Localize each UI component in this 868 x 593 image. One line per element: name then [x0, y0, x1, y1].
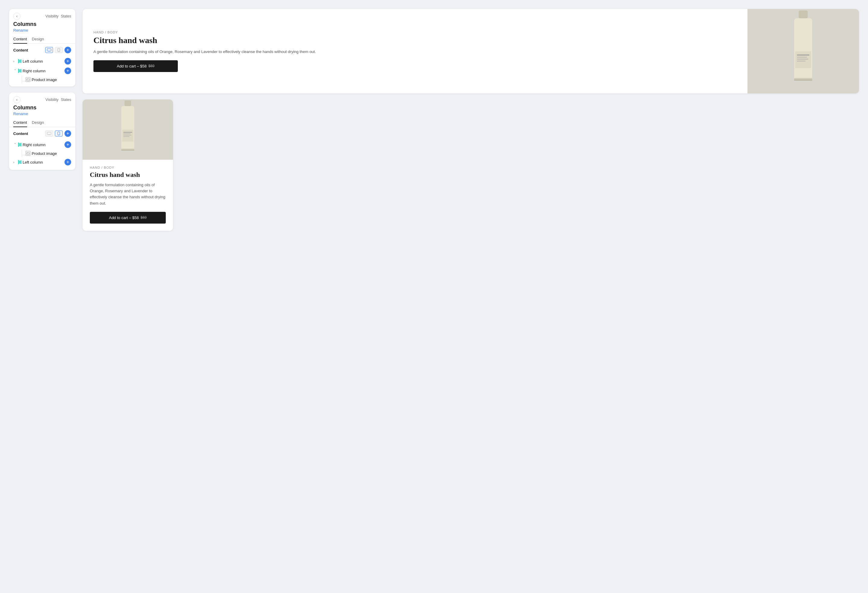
svg-rect-24 — [123, 132, 132, 133]
add-to-cart-btn-mobile[interactable]: Add to cart – $58 $69 — [90, 212, 166, 224]
category-label-mobile: HAND / BODY — [90, 166, 166, 169]
svg-rect-25 — [123, 133, 130, 134]
svg-rect-12 — [799, 10, 808, 18]
tree-item-product-image-bottom: Product image — [26, 149, 71, 157]
chevron-right-col-2[interactable]: › — [13, 143, 17, 146]
add-btn-right-col[interactable]: + — [65, 68, 71, 74]
panel-top-tabs: Content Design — [9, 35, 75, 44]
left-col-icon-2 — [18, 160, 21, 164]
panel-bottom-tabs: Content Design — [9, 118, 75, 127]
svg-rect-0 — [47, 49, 51, 51]
right-col-children-2: Product image — [13, 149, 71, 157]
svg-rect-17 — [797, 59, 808, 59]
content-header-top: Content + — [13, 47, 71, 53]
original-price-desktop: $69 — [148, 64, 154, 68]
svg-rect-22 — [121, 106, 134, 150]
product-info-desktop: HAND / BODY Citrus hand wash A gentle fo… — [83, 9, 747, 93]
states-link-bottom[interactable]: States — [61, 97, 71, 102]
back-button-top[interactable]: ‹ — [13, 13, 21, 20]
tree-item-left-col: › Left column + — [13, 56, 71, 66]
right-column: HAND / BODY Citrus hand wash A gentle fo… — [83, 9, 859, 231]
panel-bottom: ‹ Visibility States Columns Rename Conte… — [9, 93, 75, 170]
product-title-mobile: Citrus hand wash — [90, 171, 166, 178]
desktop-icon-bottom[interactable] — [45, 130, 53, 137]
tab-content-top[interactable]: Content — [13, 35, 27, 44]
category-label-desktop: HAND / BODY — [93, 30, 737, 34]
product-image-label-top: Product image — [32, 77, 71, 82]
product-image-area-desktop — [747, 9, 859, 93]
desktop-icon-top[interactable] — [45, 47, 53, 53]
add-to-cart-btn-desktop[interactable]: Add to cart – $58 $69 — [93, 60, 178, 72]
tree-item-product-image-top: Product image — [26, 76, 71, 84]
original-price-mobile: $69 — [140, 215, 146, 220]
rename-link-bottom[interactable]: Rename — [9, 112, 75, 118]
svg-rect-21 — [124, 100, 131, 106]
product-desc-desktop: A gentle formulation containing oils of … — [93, 49, 737, 55]
panel-bottom-content: Content + — [9, 127, 75, 170]
product-tube-svg-desktop — [785, 9, 821, 93]
tree-item-right-col-2: › Right column + — [13, 140, 71, 149]
add-btn-bottom[interactable]: + — [65, 130, 71, 137]
content-header-bottom: Content + — [13, 130, 71, 137]
right-col-icon-2 — [18, 143, 21, 147]
chevron-left-col[interactable]: › — [13, 60, 17, 63]
svg-point-11 — [27, 152, 28, 153]
device-icons-top: + — [45, 47, 71, 53]
mobile-icon-top[interactable] — [55, 47, 63, 53]
add-btn-top[interactable]: + — [65, 47, 71, 53]
svg-rect-6 — [47, 132, 51, 135]
svg-rect-18 — [797, 61, 805, 62]
product-title-desktop: Citrus hand wash — [93, 36, 737, 45]
tab-design-bottom[interactable]: Design — [32, 118, 44, 127]
mobile-icon-bottom[interactable] — [55, 130, 63, 137]
add-btn-right-col-2[interactable]: + — [65, 141, 71, 148]
right-col-children: Product image — [13, 76, 71, 84]
content-label-bottom: Content — [13, 131, 28, 136]
panel-bottom-header: ‹ Visibility States — [9, 93, 75, 103]
content-label-top: Content — [13, 48, 28, 52]
add-btn-left-col-2[interactable]: + — [65, 159, 71, 165]
product-image-area-mobile — [83, 99, 173, 160]
svg-rect-14 — [796, 51, 811, 68]
chevron-left-col-2[interactable]: › — [13, 161, 17, 164]
svg-rect-23 — [122, 130, 133, 142]
panel-top: ‹ Visibility States Columns Rename Conte… — [9, 9, 75, 87]
visibility-link-bottom[interactable]: Visibility — [46, 97, 59, 102]
product-image-icon-bottom — [26, 151, 31, 156]
states-link-top[interactable]: States — [61, 14, 71, 18]
right-col-icon — [18, 69, 21, 73]
tree-item-left-col-2: › Left column + — [13, 157, 71, 167]
device-icons-bottom: + — [45, 130, 71, 137]
tab-design-top[interactable]: Design — [32, 35, 44, 44]
header-actions-top: Visibility States — [46, 14, 71, 18]
left-col-label-2: Left column — [23, 160, 63, 165]
svg-rect-16 — [797, 57, 807, 58]
preview-mobile: HAND / BODY Citrus hand wash A gentle fo… — [83, 99, 173, 231]
left-col-label: Left column — [23, 59, 63, 63]
add-btn-left-col[interactable]: + — [65, 58, 71, 65]
product-tube-svg-mobile — [114, 99, 141, 160]
cta-label-desktop: Add to cart – $58 — [117, 64, 146, 68]
svg-point-5 — [27, 79, 28, 79]
svg-rect-13 — [794, 18, 812, 80]
panel-top-title: Columns — [9, 20, 75, 28]
svg-rect-26 — [123, 135, 131, 135]
visibility-link-top[interactable]: Visibility — [46, 14, 59, 18]
header-actions-bottom: Visibility States — [46, 97, 71, 102]
panel-top-header: ‹ Visibility States — [9, 9, 75, 20]
right-col-label-2: Right column — [23, 143, 63, 147]
chevron-right-col[interactable]: › — [13, 69, 17, 72]
tab-content-bottom[interactable]: Content — [13, 118, 27, 127]
product-image-icon-top — [26, 77, 31, 82]
preview-desktop: HAND / BODY Citrus hand wash A gentle fo… — [83, 9, 859, 93]
panel-bottom-title: Columns — [9, 103, 75, 112]
rename-link-top[interactable]: Rename — [9, 28, 75, 35]
svg-rect-29 — [121, 150, 134, 150]
svg-rect-15 — [797, 55, 809, 55]
product-desc-mobile: A gentle formulation containing oils of … — [90, 182, 166, 207]
right-col-label: Right column — [23, 69, 63, 73]
back-button-bottom[interactable]: ‹ — [13, 96, 21, 103]
product-info-mobile: HAND / BODY Citrus hand wash A gentle fo… — [83, 160, 173, 231]
svg-rect-20 — [794, 79, 812, 81]
left-col-icon — [18, 59, 21, 63]
